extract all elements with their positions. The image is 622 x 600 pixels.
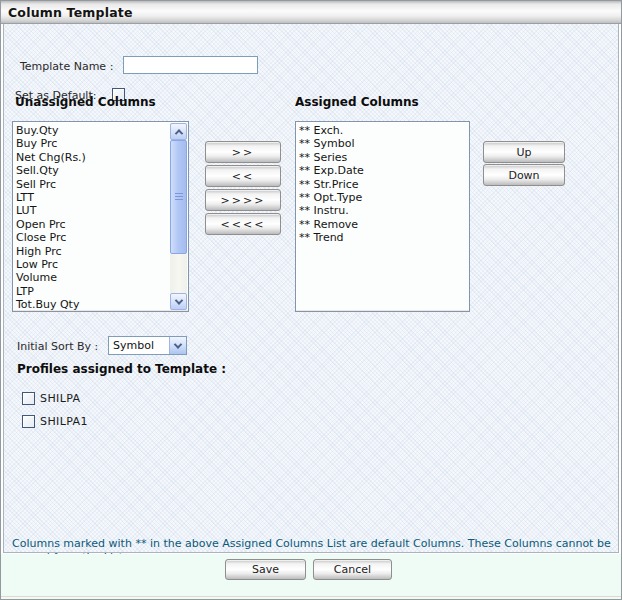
profile-checkbox[interactable] (22, 415, 35, 428)
list-item[interactable]: High Prc (16, 245, 170, 258)
move-left-button[interactable]: << (205, 165, 281, 187)
profile-checkbox-row[interactable]: SHILPA (22, 391, 88, 405)
list-item[interactable]: Close Prc (16, 231, 170, 244)
bottom-divider (1, 596, 621, 597)
profile-checkbox-row[interactable]: SHILPA1 (22, 414, 88, 428)
template-name-label: Template Name : (20, 60, 113, 73)
list-item[interactable]: ** Trend (299, 231, 469, 244)
unassigned-columns-listbox[interactable]: Buy.QtyBuy PrcNet Chg(Rs.)Sell.QtySell P… (12, 121, 189, 312)
move-all-right-button[interactable]: >>>> (205, 189, 281, 211)
list-item[interactable]: ** Opt.Type (299, 191, 469, 204)
list-item[interactable]: Sell.Qty (16, 164, 170, 177)
list-item[interactable]: LTT (16, 191, 170, 204)
list-item[interactable]: ** Symbol (299, 137, 469, 150)
scrollbar-thumb[interactable] (170, 140, 187, 254)
list-item[interactable]: ** Exch. (299, 124, 469, 137)
list-item[interactable]: Tot.Buy Qty (16, 298, 170, 311)
scrollbar-down-button[interactable] (170, 293, 187, 310)
chevron-down-icon (174, 340, 182, 348)
footer: Save Cancel (1, 554, 621, 599)
down-button[interactable]: Down (483, 164, 565, 186)
dropdown-arrow-button[interactable] (169, 337, 186, 354)
list-item[interactable]: Net Chg(Rs.) (16, 151, 170, 164)
scrollbar-grip-icon (175, 193, 183, 201)
column-template-window: Column Template Template Name : Set as D… (0, 0, 622, 600)
template-name-input[interactable] (123, 56, 258, 74)
list-item[interactable]: Volume (16, 271, 170, 284)
list-item[interactable]: Buy.Qty (16, 124, 170, 137)
cancel-button[interactable]: Cancel (313, 559, 392, 580)
assigned-columns-listbox[interactable]: ** Exch.** Symbol** Series** Exp.Date** … (295, 121, 470, 312)
unassigned-columns-items: Buy.QtyBuy PrcNet Chg(Rs.)Sell.QtySell P… (13, 123, 170, 311)
move-all-left-button[interactable]: <<<< (205, 213, 281, 235)
save-button[interactable]: Save (225, 559, 306, 580)
list-item[interactable]: LTP (16, 285, 170, 298)
list-item[interactable]: Open Prc (16, 218, 170, 231)
move-right-button[interactable]: >> (205, 141, 281, 163)
profile-label: SHILPA (40, 392, 80, 405)
list-item[interactable]: ** Remove (299, 218, 469, 231)
main-panel: Template Name : Set as Default: Unassign… (3, 24, 619, 553)
list-item[interactable]: ** Str.Price (299, 178, 469, 191)
list-item[interactable]: ** Exp.Date (299, 164, 469, 177)
scrollbar[interactable] (170, 123, 187, 310)
window-title: Column Template (8, 5, 133, 20)
initial-sort-label: Initial Sort By : (17, 340, 98, 353)
assigned-columns-heading: Assigned Columns (295, 95, 419, 109)
list-item[interactable]: Buy Prc (16, 137, 170, 150)
titlebar: Column Template (1, 1, 621, 24)
chevron-up-icon (174, 129, 182, 137)
profiles-list: SHILPA SHILPA1 (22, 391, 88, 437)
list-item[interactable]: ** Series (299, 151, 469, 164)
list-item[interactable]: LUT (16, 204, 170, 217)
list-item[interactable]: Low Prc (16, 258, 170, 271)
list-item[interactable]: ** Instru. (299, 204, 469, 217)
up-button[interactable]: Up (483, 141, 565, 163)
profiles-heading: Profiles assigned to Template : (17, 362, 226, 376)
unassigned-columns-heading: Unassigned Columns (15, 95, 156, 109)
initial-sort-value: Symbol (109, 339, 169, 352)
list-item[interactable]: Sell Prc (16, 178, 170, 191)
assigned-columns-items: ** Exch.** Symbol** Series** Exp.Date** … (296, 123, 469, 311)
initial-sort-select[interactable]: Symbol (108, 336, 187, 355)
profile-checkbox[interactable] (22, 392, 35, 405)
scrollbar-up-button[interactable] (170, 123, 187, 140)
chevron-down-icon (174, 296, 182, 304)
profile-label: SHILPA1 (40, 415, 88, 428)
